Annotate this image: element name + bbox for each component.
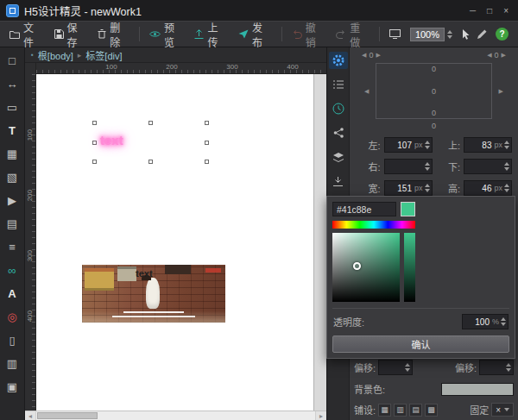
close-button[interactable]: × [503, 6, 509, 16]
download-icon[interactable] [329, 172, 348, 190]
minimize-button[interactable]: ─ [470, 6, 476, 16]
arrow-right-icon[interactable]: ▶ [376, 52, 380, 59]
help-button[interactable]: ? [496, 28, 509, 41]
hue-slider[interactable] [332, 221, 415, 229]
device-view-button[interactable] [384, 27, 406, 41]
move-tool[interactable]: ↔ [2, 73, 23, 95]
record-tool[interactable]: ◎ [2, 306, 23, 328]
gallery-tool[interactable]: ▧ [2, 166, 23, 188]
components-layers-icon[interactable] [329, 148, 348, 166]
stepper[interactable] [501, 317, 506, 326]
form-tool[interactable]: ≡ [2, 236, 23, 258]
top-input[interactable]: 83 px [464, 137, 512, 153]
preview-button[interactable]: 预览 [144, 17, 189, 52]
tile-repeat-y-icon[interactable]: ▤ [409, 404, 422, 417]
breadcrumb-root[interactable]: 根[body] [38, 48, 73, 62]
outline-list-icon[interactable] [329, 76, 348, 93]
undo-button[interactable]: 撤销 [287, 17, 331, 52]
chart-tool[interactable]: ▥ [2, 353, 23, 374]
scrollbar-track[interactable] [36, 411, 315, 420]
phone-tool[interactable]: ▯ [2, 329, 23, 351]
save-button[interactable]: 保存 [49, 17, 92, 52]
width-value[interactable]: 151 [388, 184, 412, 193]
stepper[interactable] [504, 184, 509, 192]
selection-handle[interactable] [205, 121, 209, 125]
arrow-left-icon[interactable]: ◀ [362, 52, 366, 59]
text-element[interactable]: text [100, 133, 123, 147]
design-page[interactable]: text text [36, 74, 314, 411]
width-input[interactable]: 151 px [384, 180, 433, 196]
color-cursor[interactable] [353, 262, 361, 270]
publish-button[interactable]: 发布 [233, 17, 277, 52]
events-share-icon[interactable] [329, 124, 348, 141]
cart-tool[interactable]: ▣ [2, 376, 23, 398]
tile-repeat-icon[interactable]: ▦ [378, 404, 391, 417]
image-tool[interactable]: ▦ [2, 143, 23, 165]
bottom-input[interactable] [464, 159, 512, 174]
left-value[interactable]: 107 [388, 141, 412, 150]
settings-gear-icon[interactable] [329, 52, 348, 69]
fixed-dropdown[interactable]: × [491, 403, 514, 417]
confirm-button[interactable]: 确认 [332, 335, 509, 353]
scroll-right-icon[interactable]: ▸ [315, 411, 326, 420]
horizontal-scrollbar[interactable]: ◂ ▸ [25, 411, 326, 420]
selection-handle[interactable] [205, 141, 209, 145]
selection-handle[interactable] [148, 121, 153, 125]
arrow-left-icon[interactable]: ◀ [487, 52, 491, 59]
image-element[interactable]: text [82, 265, 225, 323]
height-input[interactable]: 46 px [464, 180, 512, 196]
breadcrumb-current[interactable]: 标签[div] [85, 48, 122, 62]
scrollbar-thumb[interactable] [37, 412, 98, 419]
opacity-value[interactable]: 100 [466, 317, 490, 327]
stepper[interactable] [504, 141, 509, 149]
background-color-swatch[interactable] [441, 383, 514, 396]
margin-right-stepper[interactable]: ◀ 0 ▶ [487, 51, 506, 60]
video-tool[interactable]: ▶ [2, 190, 23, 211]
arrow-right-icon[interactable]: ▶ [499, 88, 503, 95]
art-text-tool[interactable]: A [2, 283, 23, 304]
stepper[interactable] [506, 363, 511, 372]
select-tool[interactable]: □ [2, 50, 23, 72]
file-button[interactable]: 文件 [4, 17, 48, 52]
zoom-stepper[interactable] [447, 30, 452, 39]
zoom-control[interactable]: 100% [410, 28, 452, 41]
saturation-value-area[interactable] [332, 233, 400, 302]
arrow-right-icon[interactable]: ▶ [502, 52, 506, 59]
shape-tool[interactable]: ▭ [2, 97, 23, 118]
opacity-input[interactable]: 100 % [462, 314, 509, 329]
offset-y-input[interactable] [479, 360, 514, 375]
tile-no-repeat-icon[interactable]: ▩ [425, 404, 438, 417]
left-input[interactable]: 107 px [384, 137, 433, 153]
text-tool[interactable]: T [2, 120, 23, 141]
right-input[interactable] [384, 159, 433, 174]
stepper[interactable] [425, 184, 430, 192]
redo-button[interactable]: 重做 [331, 17, 375, 52]
animation-clock-icon[interactable] [329, 100, 348, 117]
link-tool[interactable]: ∞ [2, 260, 23, 281]
selection-handle[interactable] [148, 160, 153, 164]
maximize-button[interactable]: □ [487, 6, 492, 16]
selection-handle[interactable] [92, 160, 97, 164]
zoom-value[interactable]: 100% [410, 28, 445, 41]
height-value[interactable]: 46 [468, 184, 491, 193]
pointer-button[interactable] [457, 27, 476, 42]
page-tool[interactable]: ▤ [2, 213, 23, 235]
tile-repeat-x-icon[interactable]: ▥ [394, 404, 407, 417]
stepper[interactable] [405, 363, 410, 372]
scroll-left-icon[interactable]: ◂ [25, 411, 36, 420]
delete-button[interactable]: 删除 [92, 17, 135, 52]
brightness-slider[interactable] [404, 233, 415, 302]
hex-color-input[interactable]: #41c88e [332, 202, 396, 216]
arrow-left-icon[interactable]: ◀ [364, 88, 369, 95]
stepper[interactable] [504, 162, 509, 171]
upload-button[interactable]: 上传 [189, 17, 232, 52]
stepper[interactable] [425, 162, 430, 171]
selection-handle[interactable] [92, 121, 97, 125]
stepper[interactable] [425, 141, 430, 149]
edit-pencil-button[interactable] [477, 29, 487, 40]
selection-handle[interactable] [92, 141, 97, 145]
top-value[interactable]: 83 [468, 141, 491, 150]
offset-x-input[interactable] [378, 360, 413, 375]
selection-handle[interactable] [205, 160, 209, 164]
margin-left-stepper[interactable]: ◀ 0 ▶ [362, 51, 381, 60]
